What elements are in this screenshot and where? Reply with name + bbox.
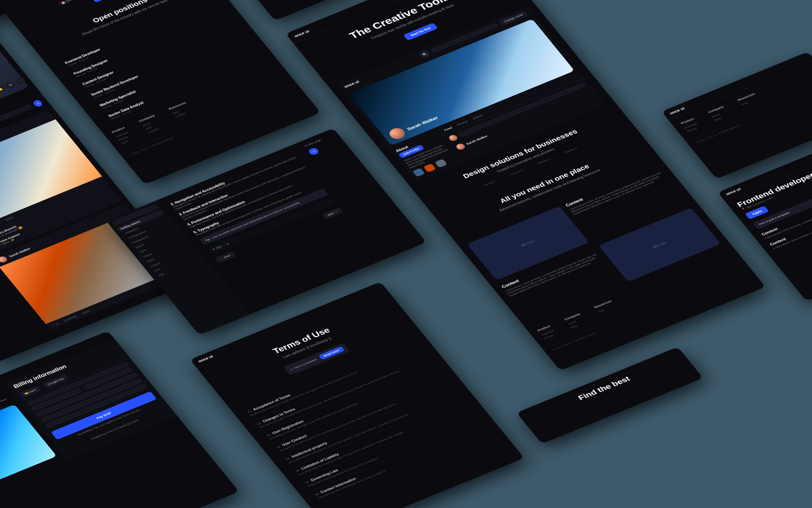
brand-logo[interactable]: once ui	[293, 29, 310, 38]
partner-logo: Partner 1	[484, 179, 498, 187]
avatar[interactable]	[0, 255, 8, 263]
next-button[interactable]: Next →	[322, 207, 343, 219]
avatar[interactable]	[387, 126, 408, 141]
comment-button[interactable]: Comment	[0, 221, 1, 229]
comment-button[interactable]: Comment	[63, 315, 78, 322]
search-hero-screen: Find the best	[516, 347, 703, 444]
share-button[interactable]: Share	[81, 309, 91, 315]
send-icon[interactable]: ➤	[32, 99, 44, 108]
partner-logo: Partner 3	[537, 157, 551, 165]
theme-toggle[interactable]: ☀	[307, 147, 320, 156]
avatar[interactable]	[455, 143, 466, 151]
prev-button[interactable]: ← Prev	[215, 251, 236, 263]
like-button[interactable]: ♡ 12	[51, 322, 60, 327]
avatar	[448, 134, 459, 142]
gallery-thumb[interactable]	[423, 163, 436, 172]
apply-button[interactable]: Apply now	[91, 0, 123, 3]
gallery-thumb[interactable]	[435, 159, 447, 168]
partner-logo: Partner 4	[564, 146, 578, 154]
profile-name: Sarah Walker	[406, 115, 439, 131]
tab-gpay[interactable]: Google Pay	[42, 374, 69, 388]
cta-button[interactable]: Start for free	[403, 23, 438, 41]
read-more-button[interactable]: Read more	[318, 346, 345, 360]
find-title: Find the best	[528, 355, 680, 422]
search-icon[interactable]: 🔍	[419, 50, 431, 58]
gallery-thumb[interactable]	[412, 168, 425, 177]
footer-screen: once ui ProductOverviewPricing CompanyAb…	[661, 52, 812, 179]
share-button[interactable]: Share	[4, 216, 14, 221]
tab-card[interactable]: 💳 Card	[19, 386, 41, 398]
product-title: Mega Wallpaper Bundle	[0, 389, 7, 436]
code-block[interactable]: $ npx --y	[206, 197, 336, 255]
content-tile[interactable]: 🖼 Image	[467, 206, 589, 280]
perk-pill: 📅 Unlimited PTO	[57, 0, 86, 6]
partner-logo: Partner 2	[510, 168, 524, 176]
